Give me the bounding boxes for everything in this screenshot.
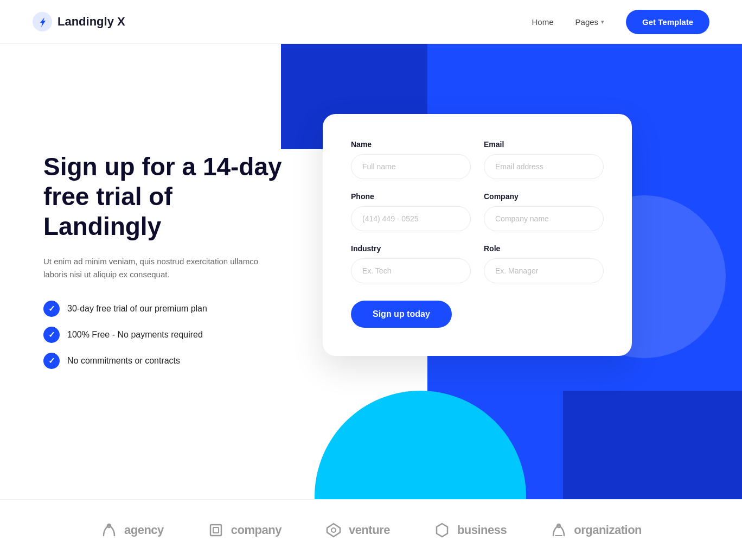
email-input[interactable] xyxy=(484,154,604,179)
role-group: Role xyxy=(484,244,604,283)
name-label: Name xyxy=(351,140,471,149)
check-icon-2: ✓ xyxy=(43,327,60,343)
feature-list: ✓ 30-day free trial of our premium plan … xyxy=(43,301,282,369)
svg-point-4 xyxy=(331,528,336,532)
name-group: Name xyxy=(351,140,471,179)
role-input[interactable] xyxy=(484,258,604,283)
organization-label: organization xyxy=(574,523,642,537)
feature-item-3: ✓ No commitments or contracts xyxy=(43,353,282,369)
venture-icon xyxy=(325,521,342,539)
brand-venture: venture xyxy=(325,521,390,539)
get-template-button[interactable]: Get Template xyxy=(626,10,709,34)
check-icon-1: ✓ xyxy=(43,301,60,317)
nav-pages-label: Pages xyxy=(575,17,599,27)
industry-input[interactable] xyxy=(351,258,471,283)
logo[interactable]: Landingly X xyxy=(33,12,125,31)
chevron-down-icon: ▾ xyxy=(601,18,604,26)
logo-icon xyxy=(33,12,52,31)
nav-links: Home Pages ▾ Get Template xyxy=(532,10,709,34)
svg-rect-3 xyxy=(213,527,219,533)
signup-form-card: Name Email Phone Company Industry xyxy=(323,114,632,356)
navbar: Landingly X Home Pages ▾ Get Template xyxy=(0,0,742,43)
phone-label: Phone xyxy=(351,192,471,201)
hero-title: Sign up for a 14-day free trial of Landi… xyxy=(43,152,282,242)
feature-item-1: ✓ 30-day free trial of our premium plan xyxy=(43,301,282,317)
business-icon xyxy=(433,521,451,539)
hero-section: Sign up for a 14-day free trial of Landi… xyxy=(0,43,742,499)
form-grid: Name Email Phone Company Industry xyxy=(351,140,604,328)
hero-left-content: Sign up for a 14-day free trial of Landi… xyxy=(0,43,315,499)
role-label: Role xyxy=(484,244,604,253)
organization-icon xyxy=(550,521,567,539)
brands-bar: agency company venture business organiza… xyxy=(0,499,742,560)
company-input[interactable] xyxy=(484,206,604,231)
hero-description: Ut enim ad minim veniam, quis nostrud ex… xyxy=(43,255,282,281)
feature-text-2: 100% Free - No payments required xyxy=(67,330,203,340)
agency-icon xyxy=(100,521,118,539)
business-label: business xyxy=(457,523,507,537)
phone-input[interactable] xyxy=(351,206,471,231)
feature-text-1: 30-day free trial of our premium plan xyxy=(67,304,207,314)
company-label: company xyxy=(231,523,282,537)
name-input[interactable] xyxy=(351,154,471,179)
brand-company: company xyxy=(207,521,282,539)
venture-label: venture xyxy=(349,523,390,537)
industry-label: Industry xyxy=(351,244,471,253)
phone-group: Phone xyxy=(351,192,471,231)
company-label: Company xyxy=(484,192,604,201)
logo-text: Landingly X xyxy=(57,15,125,29)
feature-item-2: ✓ 100% Free - No payments required xyxy=(43,327,282,343)
company-icon xyxy=(207,521,225,539)
dark-bottom-decoration xyxy=(563,391,742,499)
email-label: Email xyxy=(484,140,604,149)
signup-button[interactable]: Sign up today xyxy=(351,301,452,328)
email-group: Email xyxy=(484,140,604,179)
brand-agency: agency xyxy=(100,521,164,539)
brand-organization: organization xyxy=(550,521,642,539)
agency-label: agency xyxy=(124,523,164,537)
company-group: Company xyxy=(484,192,604,231)
check-icon-3: ✓ xyxy=(43,353,60,369)
feature-text-3: No commitments or contracts xyxy=(67,356,180,366)
nav-home[interactable]: Home xyxy=(532,17,554,27)
industry-group: Industry xyxy=(351,244,471,283)
nav-pages-dropdown[interactable]: Pages ▾ xyxy=(575,17,605,27)
brand-business: business xyxy=(433,521,507,539)
svg-rect-2 xyxy=(210,525,221,536)
